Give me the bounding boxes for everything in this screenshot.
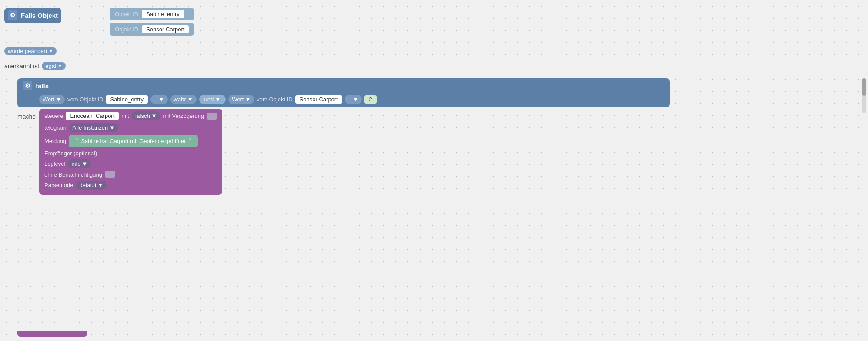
falls-objekt-title: Falls Objekt — [21, 12, 58, 19]
mit-verzogerung-label: mit Verzögerung — [163, 113, 204, 119]
falls-objekt-header: ⚙ Falls Objekt — [8, 10, 58, 20]
wert-pill-2[interactable]: Wert ▼ — [228, 95, 254, 104]
falls-objekt-block: ⚙ Falls Objekt — [4, 8, 61, 23]
objekt-id-label-2: Objekt ID — [115, 26, 138, 33]
objekt-id-row-1: Objekt ID Sabine_entry — [110, 8, 194, 20]
falsch-value: falsch — [135, 113, 150, 119]
eq-label-1: = — [154, 96, 157, 103]
alle-instanzen-value: Alle Instanzen — [73, 124, 108, 131]
wurde-geaendert-label: wurde geändert — [8, 48, 47, 54]
meldung-label: Meldung — [44, 138, 66, 144]
mache-content-block: steuere Enocean_Carport mit falsch ▼ mit… — [39, 109, 222, 195]
falsch-pill[interactable]: falsch ▼ — [132, 111, 160, 120]
gear-icon[interactable]: ⚙ — [8, 10, 17, 20]
mache-label: mache — [17, 109, 36, 120]
anerkannt-label: anerkannt ist — [4, 63, 39, 70]
wert-label-2: Wert — [232, 96, 244, 103]
falls-gear-icon[interactable]: ⚙ — [23, 81, 32, 90]
verzogerung-toggle[interactable] — [207, 113, 217, 120]
anerkannt-dropdown[interactable]: egal ▼ — [42, 62, 65, 70]
telegram-label: telegram — [44, 124, 67, 131]
message-text-block: " Sabine hat Carport mit Geofence geöffn… — [69, 135, 198, 147]
objekt-id-value-2: Sensor Carport — [142, 25, 189, 33]
parsemode-default-pill[interactable]: default ▼ — [76, 181, 107, 190]
sensor-carport-pill: Sensor Carport — [295, 95, 342, 104]
wahr-label: wahr — [174, 96, 186, 103]
und-pill[interactable]: und ▼ — [199, 95, 226, 104]
wurde-geaendert-container: wurde geändert ▼ — [4, 47, 57, 55]
number-pill-2: 2 — [364, 95, 376, 104]
purple-bottom-bar — [17, 331, 87, 337]
ohne-label: ohne Benachrichtigung — [44, 171, 102, 178]
ohne-toggle[interactable] — [105, 171, 115, 178]
steuere-row: steuere Enocean_Carport mit falsch ▼ mit… — [44, 111, 217, 120]
parsemode-value: default — [80, 182, 97, 188]
loglevel-label: Loglevel — [44, 160, 65, 167]
parsemode-row: Parsemode default ▼ — [44, 181, 217, 190]
falls-condition-header: ⚙ falls — [17, 78, 670, 93]
message-text: Sabine hat Carport mit Geofence geöffnet — [81, 138, 185, 144]
loglevel-row: Loglevel info ▼ — [44, 159, 217, 168]
falls-title: falls — [36, 82, 49, 90]
enocean-pill: Enocean_Carport — [66, 112, 119, 120]
scrollbar[interactable] — [862, 78, 866, 113]
close-quote: " — [188, 137, 192, 146]
objekt-id-row-2: Objekt ID Sensor Carport — [110, 23, 194, 36]
loglevel-info-pill[interactable]: info ▼ — [68, 159, 91, 168]
wurde-geaendert-arrow: ▼ — [49, 49, 53, 53]
wert-pill-1[interactable]: Wert ▼ — [39, 95, 65, 104]
telegram-row: telegram Alle Instanzen ▼ — [44, 123, 217, 132]
vom-label-2: vom Objekt ID — [257, 96, 292, 103]
alle-instanzen-pill[interactable]: Alle Instanzen ▼ — [69, 123, 119, 132]
wahr-pill[interactable]: wahr ▼ — [170, 95, 197, 104]
und-label: und — [204, 96, 214, 103]
sabine-entry-pill: Sabine_entry — [106, 95, 148, 104]
empfanger-label: Empfänger (optional) — [44, 150, 97, 157]
ohne-benachrichtigung-row: ohne Benachrichtigung — [44, 171, 217, 178]
steuere-label: steuere — [44, 113, 63, 119]
parsemode-label: Parsemode — [44, 182, 73, 188]
anerkannt-arrow: ▼ — [58, 64, 62, 68]
objekt-id-value-1: Sabine_entry — [142, 10, 184, 18]
wurde-geaendert-dropdown[interactable]: wurde geändert ▼ — [4, 47, 57, 55]
eq-pill-1[interactable]: = ▼ — [150, 95, 167, 104]
falls-condition-block: ⚙ falls Wert ▼ vom Objekt ID Sabine_entr… — [17, 78, 670, 107]
empfanger-row: Empfänger (optional) — [44, 150, 217, 157]
anerkannt-row: anerkannt ist egal ▼ — [4, 62, 66, 70]
anerkannt-value: egal — [45, 63, 56, 69]
condition-row: Wert ▼ vom Objekt ID Sabine_entry = ▼ wa… — [17, 93, 670, 107]
eq-pill-2[interactable]: = ▼ — [345, 95, 362, 104]
loglevel-value: info — [71, 160, 80, 167]
vom-label-1: vom Objekt ID — [67, 96, 103, 103]
mache-section: mache steuere Enocean_Carport mit falsch… — [17, 109, 222, 195]
open-quote: " — [75, 137, 79, 146]
objekt-id-label-1: Objekt ID — [115, 11, 138, 17]
eq-label-2: = — [348, 96, 352, 103]
meldung-row: Meldung " Sabine hat Carport mit Geofenc… — [44, 135, 217, 147]
wert-label-1: Wert — [43, 96, 54, 103]
mit-label: mit — [121, 113, 129, 119]
objekt-id-container: Objekt ID Sabine_entry Objekt ID Sensor … — [110, 8, 194, 36]
